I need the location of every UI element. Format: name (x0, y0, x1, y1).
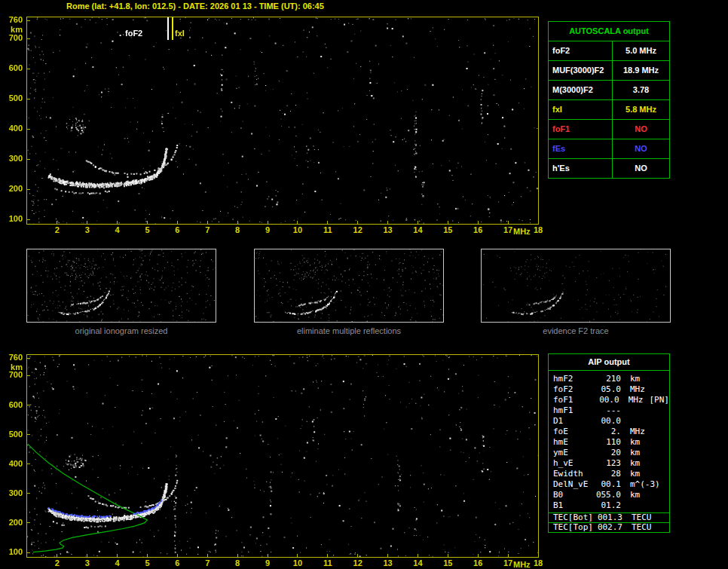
x-tick-label: 4 (107, 226, 128, 234)
autoscala-param-label: M(3000)F2 (549, 81, 613, 99)
thumb-label-eliminate: eliminate multiple reflections (254, 326, 444, 335)
aip-row: foF205.0MHz (553, 384, 669, 395)
y-tick-label: 300 (2, 154, 23, 163)
x-tick-label: 13 (378, 226, 399, 234)
y-tick-label: 200 (2, 519, 23, 527)
aip-output-table: AIP output hmF2210kmfoF205.0MHzfoF100.0M… (548, 353, 670, 533)
thumb-eliminate-canvas (255, 249, 443, 322)
x-tick-label: 14 (407, 226, 428, 234)
y-axis-unit-label: km (2, 26, 23, 34)
x-tick-label: 6 (167, 226, 188, 234)
tec-param-label: TEC[Top] (553, 523, 595, 532)
x-tick-label: 8 (227, 559, 248, 567)
aip-param-label: foF2 (553, 384, 591, 395)
aip-value: 00.0 (591, 416, 621, 427)
x-tick-label: 13 (378, 559, 399, 567)
x-tick-label: 12 (347, 559, 369, 567)
aip-value: --- (591, 405, 621, 416)
aip-row: ymE20km (553, 448, 669, 458)
y-tick-label: 700 (2, 371, 23, 379)
ionogram-bottom-plot (26, 354, 539, 558)
y-tick-label: 500 (2, 430, 23, 439)
x-tick-label: 6 (167, 559, 188, 567)
aip-param-label: B1 (553, 500, 591, 511)
aip-value: 210 (591, 374, 621, 384)
thumb-eliminate-reflections (254, 249, 444, 323)
aip-value: 00.1 (591, 479, 621, 490)
autoscala-row: fxI5.8 MHz (549, 100, 669, 120)
x-tick-label: 9 (257, 226, 278, 234)
aip-row: B0055.0km (553, 490, 669, 500)
autoscala-value: 5.8 MHz (613, 100, 669, 119)
x-tick-label: 10 (287, 559, 308, 567)
y-tick-label: 760 (2, 353, 23, 362)
aip-unit-label: km (630, 437, 640, 448)
y-tick-label: 400 (2, 460, 23, 468)
x-tick-label: 11 (317, 226, 338, 234)
x-tick-label: 3 (77, 559, 98, 567)
aip-value: 20 (591, 448, 621, 458)
aip-tec-row: TEC[Bot]001.3TECU (549, 512, 669, 522)
tec-unit-label: TECU (632, 513, 652, 522)
autoscala-param-label: fxI (549, 100, 613, 119)
aip-value: 055.0 (591, 490, 621, 500)
autoscala-param-label: foF2 (549, 41, 613, 60)
autoscala-param-label: MUF(3000)F2 (549, 61, 613, 80)
thumb-evidence-f2-trace (481, 249, 671, 323)
aip-param-label: D1 (553, 416, 591, 427)
x-tick-label: 16 (467, 226, 488, 234)
x-tick-label: 2 (47, 559, 68, 567)
fxI-label: fxI (175, 29, 185, 38)
foF2-marker-line (167, 17, 169, 40)
autoscala-row: foF1NO (549, 120, 669, 139)
aip-row: D100.0 (553, 416, 669, 427)
autoscala-row: h'EsNO (549, 159, 669, 178)
tec-unit-label: TECU (632, 523, 652, 532)
x-tick-label: 9 (257, 559, 278, 567)
y-tick-label: 100 (2, 548, 23, 556)
x-tick-label: 5 (137, 226, 158, 234)
autoscala-row: fEsNO (549, 139, 669, 159)
x-tick-label: 11 (317, 559, 338, 567)
thumb-label-evidence: evidence F2 trace (481, 326, 671, 335)
y-tick-label: 400 (2, 124, 23, 133)
y-tick-label: 100 (2, 215, 23, 223)
aip-unit-label: km (630, 490, 640, 500)
x-tick-label: 18 (528, 226, 549, 234)
aip-param-label: ymE (553, 448, 591, 458)
autoscala-screen: Rome (lat: +41.8, lon: 012.5) - DATE: 20… (0, 0, 728, 569)
ionogram-top-canvas (27, 17, 538, 224)
y-tick-label: 600 (2, 64, 23, 72)
aip-param-label: hmE (553, 437, 591, 448)
aip-row: foF100.0MHz[PN] (553, 395, 669, 405)
aip-note: [PN] (650, 395, 670, 405)
foF2-label: foF2 (125, 29, 142, 38)
x-tick-label: 15 (437, 559, 458, 567)
autoscala-table-title: AUTOSCALA output (549, 22, 669, 41)
autoscala-value: 18.9 MHz (613, 61, 669, 80)
autoscala-output-table: AUTOSCALA output foF25.0 MHzMUF(3000)F21… (548, 21, 670, 179)
aip-row: B101.2 (553, 500, 669, 511)
thumb-evidence-canvas (482, 249, 670, 322)
aip-tec-row: TEC[Top]002.7TECU (549, 522, 669, 532)
aip-row: foE2.MHz (553, 427, 669, 437)
aip-row: Ewidth28km (553, 469, 669, 479)
autoscala-value: NO (613, 159, 669, 178)
aip-unit-label: MHz (630, 427, 645, 437)
y-tick-label: 600 (2, 401, 23, 409)
aip-tec-rows: TEC[Bot]001.3TECUTEC[Top]002.7TECU (549, 512, 669, 532)
autoscala-param-label: h'Es (549, 159, 613, 178)
tec-param-label: TEC[Bot] (553, 513, 595, 522)
autoscala-param-label: fEs (549, 139, 613, 158)
aip-row: h_vE123km (553, 458, 669, 469)
aip-param-label: hmF2 (553, 374, 591, 384)
aip-unit-label: MHz (630, 384, 645, 395)
tec-value: 001.3 (595, 513, 622, 522)
autoscala-value: 5.0 MHz (613, 41, 669, 60)
aip-param-label: DelN_vE (553, 479, 591, 490)
aip-row: DelN_vE00.1m^(-3) (553, 479, 669, 490)
y-tick-label: 760 (2, 16, 23, 24)
y-tick-label: 200 (2, 185, 23, 193)
y-axis-unit-label: km (2, 363, 23, 372)
y-tick-label: 700 (2, 34, 23, 42)
